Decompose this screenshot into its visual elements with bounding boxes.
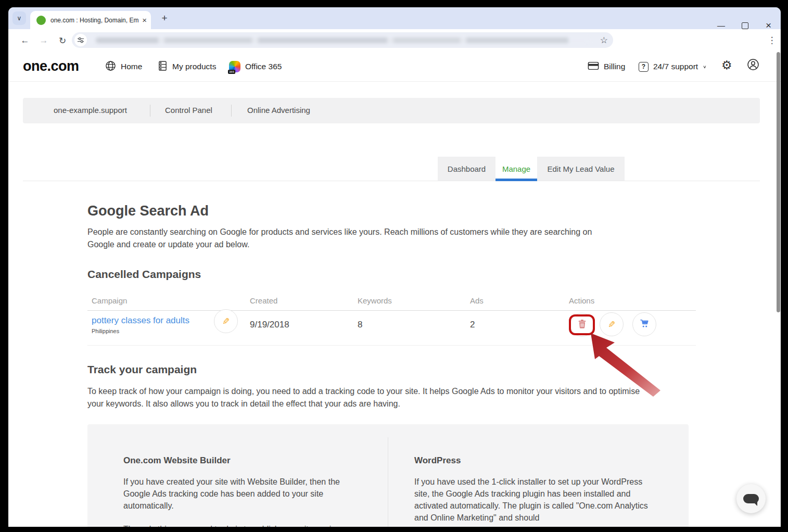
website-builder-card-title: One.com Website Builder (123, 455, 231, 466)
screenshot-root: { "browser": { "tab": { "title": "one.co… (0, 0, 788, 532)
window-minimize-button[interactable]: — (717, 21, 725, 29)
nav-label: Billing (604, 62, 625, 71)
products-list-icon (158, 60, 168, 73)
tab-close-icon[interactable]: × (142, 16, 147, 24)
site-favicon (36, 16, 46, 25)
annotation-arrow (588, 331, 666, 399)
address-bar[interactable]: ☆ (72, 32, 613, 48)
blurred-url-text (96, 37, 590, 43)
cancelled-campaigns-heading: Cancelled Campaigns (87, 268, 201, 281)
page-intro: People are constantly searching on Googl… (87, 226, 618, 250)
nav-item-support[interactable]: ? 24/7 support ∨ (639, 59, 707, 74)
tab-search-button[interactable]: ∨ (12, 11, 26, 25)
column-header-actions: Actions (569, 296, 594, 305)
campaign-created-date: 9/19/2018 (250, 320, 289, 330)
credit-card-icon (588, 61, 599, 72)
browser-toolbar: ← → ↻ ☆ ⋮ (8, 29, 781, 52)
forward-icon[interactable]: → (36, 33, 51, 48)
campaign-keywords-count: 8 (358, 320, 362, 330)
nav-label: My products (172, 62, 216, 71)
rename-campaign-button[interactable]: ✎ (214, 309, 238, 333)
wordpress-card-text: If you have used the 1-click installer t… (414, 476, 656, 524)
website-builder-card-text: If you have created your site with Websi… (123, 476, 352, 512)
nav-label: Office 365 (245, 62, 282, 71)
chevron-down-icon: ∨ (17, 15, 22, 22)
nav-item-my-products[interactable]: My products (158, 59, 216, 74)
pencil-icon: ✎ (608, 319, 615, 330)
breadcrumb-divider (150, 105, 150, 117)
table-header-divider (87, 310, 696, 311)
page-scrollbar[interactable] (777, 52, 780, 312)
page-title: Google Search Ad (87, 203, 209, 219)
site-header: one.com Home My products 365 (8, 52, 781, 82)
nav-item-billing[interactable]: Billing (588, 59, 625, 74)
tab-edit-my-lead-value[interactable]: Edit My Lead Value (537, 157, 625, 181)
browser-tab-strip: ∨ one.com : Hosting, Domain, Em × + — × (8, 7, 781, 29)
campaign-location: Philippines (92, 328, 119, 334)
campaign-ads-count: 2 (470, 320, 475, 330)
active-tab-underline (495, 179, 537, 181)
breadcrumb: one-example.support Control Panel Online… (23, 98, 760, 123)
office-365-icon: 365 (229, 61, 240, 72)
website-builder-card-text-clipped: The only thing you need to do is to publ… (123, 525, 368, 527)
nav-label: Home (121, 62, 142, 71)
site-settings-icon[interactable] (74, 34, 87, 46)
question-mark-icon: ? (639, 62, 649, 72)
window-maximize-button[interactable] (742, 22, 748, 29)
breadcrumb-divider (231, 105, 232, 117)
globe-icon (105, 60, 116, 73)
bookmark-star-icon[interactable]: ☆ (600, 35, 608, 46)
one-com-logo[interactable]: one.com (23, 58, 79, 74)
chat-launcher-button[interactable] (736, 484, 766, 513)
wordpress-card-title: WordPress (414, 455, 461, 466)
browser-menu-icon[interactable]: ⋮ (765, 33, 779, 47)
breadcrumb-domain[interactable]: one-example.support (54, 106, 127, 115)
breadcrumb-online-advertising[interactable]: Online Advertising (247, 106, 310, 115)
chat-bubble-icon (743, 494, 759, 503)
tabs-divider-line (23, 181, 760, 181)
new-tab-button[interactable]: + (158, 12, 171, 24)
tab-title: one.com : Hosting, Domain, Em (50, 17, 139, 24)
back-icon[interactable]: ← (18, 33, 32, 48)
column-header-campaign: Campaign (92, 296, 127, 305)
tab-manage[interactable]: Manage (495, 157, 537, 181)
pencil-icon: ✎ (222, 316, 230, 327)
column-header-created: Created (250, 296, 277, 305)
track-campaign-text: To keep track of how your campaign is do… (87, 385, 644, 410)
browser-window: ∨ one.com : Hosting, Domain, Em × + — × … (8, 7, 781, 527)
column-header-ads: Ads (470, 296, 484, 305)
chevron-down-icon: ∨ (703, 65, 706, 69)
settings-gear-icon[interactable]: ⚙ (721, 59, 732, 71)
nav-label: 24/7 support (653, 62, 698, 71)
column-header-keywords: Keywords (358, 296, 392, 305)
browser-tab[interactable]: one.com : Hosting, Domain, Em × (30, 11, 151, 29)
plus-icon: + (161, 12, 167, 24)
reload-icon[interactable]: ↻ (55, 33, 70, 48)
campaign-name-link[interactable]: pottery classes for adults (92, 315, 189, 326)
account-avatar-icon[interactable] (747, 58, 759, 73)
nav-item-home[interactable]: Home (105, 59, 142, 74)
panel-divider (388, 437, 388, 527)
nav-item-office-365[interactable]: 365 Office 365 (229, 59, 282, 74)
breadcrumb-control-panel[interactable]: Control Panel (165, 106, 212, 115)
track-campaign-heading: Track your campaign (87, 363, 197, 376)
shopping-cart-icon (640, 319, 650, 330)
tab-dashboard[interactable]: Dashboard (438, 157, 495, 181)
